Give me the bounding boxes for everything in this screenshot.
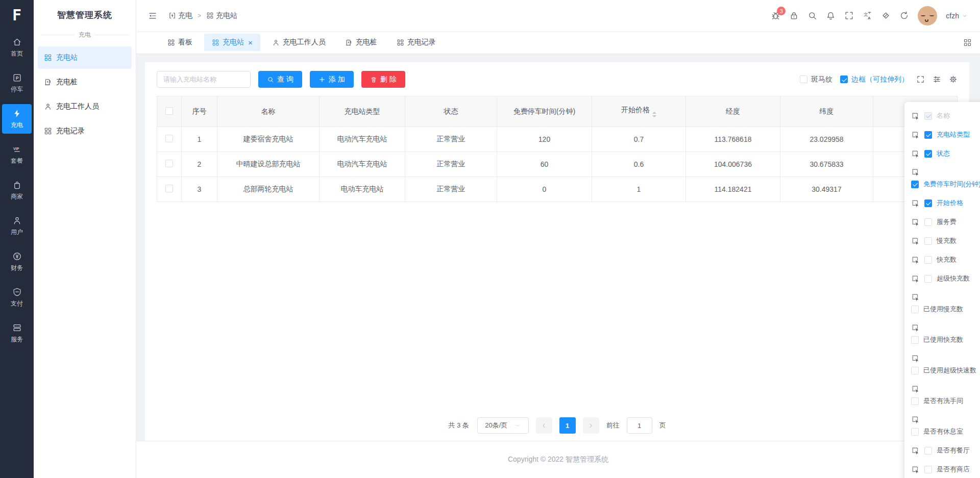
table-row[interactable]: 2 中晴建设总部充电站 电动汽车充电站 正常营业 60 0.6 104.0067… — [157, 152, 958, 177]
column-checkbox[interactable] — [911, 336, 919, 344]
drag-handle-icon[interactable] — [911, 293, 980, 301]
column-checkbox[interactable] — [911, 428, 919, 436]
close-icon[interactable]: × — [248, 39, 253, 46]
column-option[interactable]: 是否有商店 — [911, 465, 980, 474]
rail-item-home[interactable]: 首页 — [2, 33, 32, 62]
column-checkbox[interactable] — [911, 397, 919, 405]
column-option[interactable]: 状态 — [911, 149, 980, 158]
column-checkbox[interactable] — [911, 306, 919, 313]
sidebar-item-charging-piles[interactable]: 充电桩 — [38, 71, 132, 93]
next-page-button[interactable] — [583, 417, 599, 434]
bug-report-icon[interactable]: 3 — [771, 11, 780, 20]
sort-caret-icon[interactable] — [652, 112, 656, 117]
search-input[interactable] — [157, 71, 251, 88]
drag-handle-icon[interactable] — [911, 149, 920, 158]
column-checkbox[interactable] — [924, 237, 932, 245]
column-option[interactable]: 已使用慢充数 — [911, 293, 980, 314]
breadcrumb-current[interactable]: 充电站 — [206, 11, 237, 20]
rail-item-packages[interactable]: 套餐 — [2, 140, 32, 169]
drag-handle-icon[interactable] — [911, 446, 920, 455]
drag-handle-icon[interactable] — [911, 354, 980, 363]
delete-button[interactable]: 删 除 — [361, 71, 405, 88]
select-all-checkbox[interactable] — [165, 107, 173, 115]
refresh-icon[interactable] — [899, 11, 909, 20]
add-button[interactable]: 添 加 — [310, 71, 354, 88]
tab-charging-piles[interactable]: 充电桩 — [337, 34, 385, 51]
drag-handle-icon[interactable] — [911, 465, 920, 474]
zebra-checkbox[interactable] — [800, 76, 807, 83]
translate-icon[interactable] — [863, 11, 872, 20]
app-logo[interactable]: F — [0, 0, 34, 30]
table-row[interactable]: 3 总部两轮充电站 电动车充电站 正常营业 0 1 114.182421 30.… — [157, 177, 958, 202]
query-button[interactable]: 查 询 — [258, 71, 302, 88]
sidebar-collapse-icon[interactable] — [148, 11, 157, 20]
drag-handle-icon[interactable] — [911, 168, 980, 177]
tabs-menu-icon[interactable] — [963, 38, 972, 47]
row-checkbox[interactable] — [165, 135, 173, 142]
column-checkbox[interactable] — [924, 199, 932, 207]
sidebar-item-charging-staff[interactable]: 充电工作人员 — [38, 95, 132, 118]
column-settings-gear-icon[interactable] — [949, 75, 958, 84]
drag-handle-icon[interactable] — [911, 323, 980, 332]
row-checkbox[interactable] — [165, 185, 173, 192]
drag-handle-icon[interactable] — [911, 237, 920, 245]
rail-item-payment[interactable]: 支付 — [2, 283, 32, 312]
drag-handle-icon[interactable] — [911, 199, 920, 208]
column-option[interactable]: 已使用快充数 — [911, 323, 980, 344]
column-option[interactable]: 是否有洗手间 — [911, 385, 980, 406]
row-checkbox[interactable] — [165, 160, 173, 167]
drag-handle-icon[interactable] — [911, 415, 980, 424]
column-option[interactable]: 是否有餐厅 — [911, 446, 980, 455]
tab-charging-staff[interactable]: 充电工作人员 — [264, 34, 333, 51]
column-checkbox[interactable] — [924, 447, 932, 455]
drag-handle-icon[interactable] — [911, 218, 920, 227]
prev-page-button[interactable] — [536, 417, 552, 434]
column-option[interactable]: 超级快充数 — [911, 274, 980, 283]
border-checkbox-group[interactable]: 边框（可拉伸列） — [840, 75, 909, 84]
drag-handle-icon[interactable] — [911, 256, 920, 264]
theme-icon[interactable] — [881, 11, 891, 20]
tab-charging-records[interactable]: 充电记录 — [389, 34, 444, 51]
rail-item-services[interactable]: 服务 — [2, 318, 32, 348]
column-checkbox[interactable] — [924, 466, 932, 473]
column-checkbox[interactable] — [924, 131, 932, 139]
lock-screen-icon[interactable] — [789, 11, 799, 20]
drag-handle-icon[interactable] — [911, 274, 920, 283]
table-row[interactable]: 1 建委宿舍充电站 电动汽车充电站 正常营业 120 0.7 113.76861… — [157, 127, 958, 152]
rail-item-parking[interactable]: 停车 — [2, 68, 32, 98]
column-checkbox[interactable] — [924, 256, 932, 264]
column-checkbox[interactable] — [911, 181, 919, 188]
rail-item-charging[interactable]: 充电 — [2, 104, 32, 134]
column-option[interactable]: 已使用超级快速数 — [911, 354, 980, 375]
column-checkbox[interactable] — [924, 275, 932, 283]
search-icon[interactable] — [807, 11, 817, 20]
drag-handle-icon[interactable] — [911, 112, 920, 120]
bell-icon[interactable] — [826, 11, 836, 20]
column-sort-icon[interactable] — [933, 75, 941, 84]
column-checkbox[interactable] — [924, 218, 932, 226]
sidebar-item-charging-records[interactable]: 充电记录 — [38, 120, 132, 142]
column-option[interactable]: 充电站类型 — [911, 130, 980, 139]
column-option[interactable]: 服务费 — [911, 217, 980, 227]
fullscreen-icon[interactable] — [844, 11, 854, 20]
zebra-checkbox-group[interactable]: 斑马纹 — [800, 75, 832, 84]
rail-item-finance[interactable]: 财务 — [2, 247, 32, 276]
sidebar-item-charging-stations[interactable]: 充电站 — [38, 46, 132, 69]
table-fullscreen-icon[interactable] — [916, 75, 925, 84]
column-option[interactable]: 免费停车时间(分钟) — [911, 168, 980, 189]
drag-handle-icon[interactable] — [911, 131, 920, 139]
tab-charging-stations[interactable]: 充电站 × — [204, 34, 260, 51]
avatar[interactable] — [918, 6, 937, 26]
column-header-start-price[interactable]: 开始价格 — [592, 96, 686, 127]
column-option[interactable]: 开始价格 — [911, 198, 980, 208]
user-menu[interactable]: cfzh — [946, 12, 968, 20]
column-option[interactable]: 名称 — [911, 111, 980, 120]
column-option[interactable]: 是否有休息室 — [911, 415, 980, 436]
breadcrumb-parent[interactable]: 充电 — [168, 11, 192, 20]
rail-item-users[interactable]: 用户 — [2, 211, 32, 241]
border-checkbox[interactable] — [840, 76, 848, 83]
page-size-select[interactable]: 20条/页 — [477, 417, 529, 434]
goto-page-input[interactable] — [627, 417, 652, 434]
tab-dashboard[interactable]: 看板 — [160, 34, 200, 51]
column-option[interactable]: 快充数 — [911, 255, 980, 264]
